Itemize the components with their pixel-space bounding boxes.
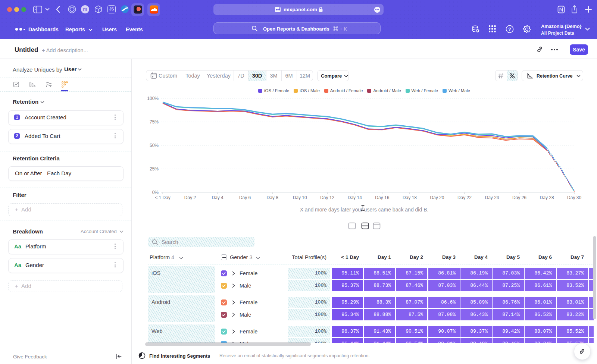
svg-text:Day 28: Day 28 <box>540 195 554 200</box>
svg-text:Day 26: Day 26 <box>512 195 526 200</box>
svg-text:Day 30: Day 30 <box>567 195 581 200</box>
svg-text:Day 20: Day 20 <box>430 195 444 200</box>
svg-text:Day 4: Day 4 <box>212 195 224 200</box>
svg-text:75%: 75% <box>150 119 159 125</box>
svg-text:Day 14: Day 14 <box>348 195 362 200</box>
svg-text:?: ? <box>508 27 511 32</box>
svg-text:100%: 100% <box>147 96 159 101</box>
svg-text:Day 16: Day 16 <box>375 195 389 200</box>
svg-text:Day 22: Day 22 <box>457 195 472 200</box>
svg-text:Day 10: Day 10 <box>293 195 307 200</box>
svg-text:Day 24: Day 24 <box>485 195 499 200</box>
svg-text:Day 12: Day 12 <box>320 195 334 200</box>
svg-text:25%: 25% <box>150 166 159 172</box>
svg-text:Day 6: Day 6 <box>239 195 251 200</box>
svg-text:Day 8: Day 8 <box>267 195 279 200</box>
svg-text:Day 18: Day 18 <box>403 195 417 200</box>
svg-text:0%: 0% <box>152 190 159 195</box>
svg-text:50%: 50% <box>150 143 159 148</box>
svg-text:Day 2: Day 2 <box>184 195 196 200</box>
svg-text:< 1 Day: < 1 Day <box>155 195 171 200</box>
